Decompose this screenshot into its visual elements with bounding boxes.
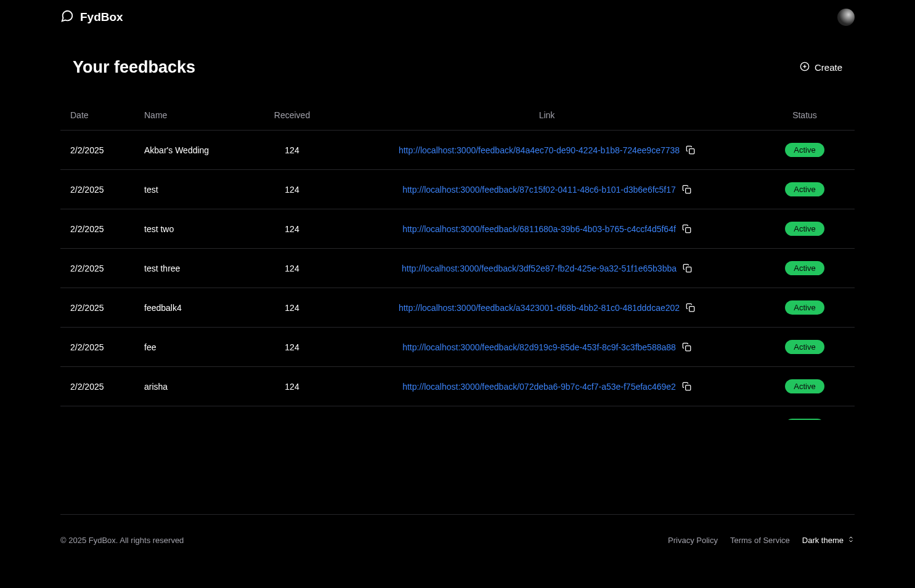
copy-icon[interactable] — [683, 264, 692, 273]
status-badge: Active — [785, 182, 824, 196]
privacy-link[interactable]: Privacy Policy — [668, 536, 718, 545]
feedback-link[interactable]: http://localhost:3000/feedback/3df52e87-… — [402, 264, 677, 273]
svg-rect-7 — [689, 307, 694, 312]
feedbacks-table: Date Name Received Link Status 2/2/2025A… — [60, 110, 855, 420]
feedback-link[interactable]: http://localhost:3000/feedback/a3423001-… — [399, 303, 680, 313]
logo[interactable]: FydBox — [60, 9, 123, 25]
copy-icon[interactable] — [686, 145, 695, 155]
cell-date: 2/2/2025 — [70, 303, 144, 313]
cell-status: Active — [765, 222, 845, 236]
page-header: Your feedbacks Create — [60, 58, 855, 77]
create-button-label: Create — [815, 62, 842, 73]
cell-name: test — [144, 185, 255, 195]
feedback-link[interactable]: http://localhost:3000/feedback/82d919c9-… — [402, 342, 676, 352]
svg-rect-6 — [686, 267, 691, 272]
table-row[interactable]: 2/2/2025sahiltwo124http://localhost:3000… — [60, 406, 855, 420]
cell-link: http://localhost:3000/feedback/84a4ec70-… — [329, 145, 765, 155]
cell-received: 124 — [255, 224, 329, 234]
svg-rect-8 — [685, 346, 690, 351]
chevron-up-down-icon — [847, 536, 855, 545]
copy-icon[interactable] — [682, 342, 691, 352]
copyright-text: © 2025 FydBox. All rights reserved — [60, 536, 184, 545]
table-row[interactable]: 2/2/2025test three124http://localhost:30… — [60, 249, 855, 288]
table-row[interactable]: 2/2/2025test two124http://localhost:3000… — [60, 209, 855, 249]
cell-link: http://localhost:3000/feedback/6811680a-… — [329, 224, 765, 234]
status-badge: Active — [785, 340, 824, 354]
cell-name: Akbar's Wedding — [144, 145, 255, 155]
terms-link[interactable]: Terms of Service — [730, 536, 790, 545]
page-title: Your feedbacks — [73, 58, 195, 77]
cell-date: 2/2/2025 — [70, 264, 144, 273]
feedback-link[interactable]: http://localhost:3000/feedback/87c15f02-… — [402, 185, 676, 195]
svg-rect-3 — [689, 149, 694, 154]
table-row[interactable]: 2/2/2025Akbar's Wedding124http://localho… — [60, 131, 855, 170]
status-badge: Active — [785, 300, 824, 315]
feedback-link[interactable]: http://localhost:3000/feedback/84a4ec70-… — [399, 145, 680, 155]
feedback-link[interactable]: http://localhost:3000/feedback/072deba6-… — [402, 382, 676, 392]
feedback-link[interactable]: http://localhost:3000/feedback/6811680a-… — [402, 224, 676, 234]
cell-date: 2/2/2025 — [70, 185, 144, 195]
cell-received: 124 — [255, 382, 329, 392]
cell-status: Active — [765, 340, 845, 354]
cell-status: Active — [765, 182, 845, 196]
column-header-date: Date — [70, 110, 144, 120]
copy-icon[interactable] — [682, 185, 691, 194]
theme-selector[interactable]: Dark theme — [802, 536, 855, 545]
cell-link: http://localhost:3000/feedback/a3423001-… — [329, 303, 765, 313]
footer-right: Privacy Policy Terms of Service Dark the… — [668, 536, 855, 545]
svg-rect-5 — [685, 228, 690, 233]
copy-icon[interactable] — [682, 382, 691, 391]
cell-date: 2/2/2025 — [70, 382, 144, 392]
cell-received: 124 — [255, 303, 329, 313]
cell-link: http://localhost:3000/feedback/82d919c9-… — [329, 342, 765, 352]
cell-status: Active — [765, 261, 845, 275]
cell-received: 124 — [255, 264, 329, 273]
table-body: 2/2/2025Akbar's Wedding124http://localho… — [60, 131, 855, 420]
table-row[interactable]: 2/2/2025fee124http://localhost:3000/feed… — [60, 328, 855, 367]
chat-bubble-icon — [60, 9, 74, 25]
cell-received: 124 — [255, 185, 329, 195]
cell-name: arisha — [144, 382, 255, 392]
svg-rect-9 — [685, 385, 690, 390]
theme-label: Dark theme — [802, 536, 844, 545]
cell-status: Active — [765, 300, 845, 315]
status-badge: Active — [785, 261, 824, 275]
avatar[interactable] — [837, 9, 855, 26]
cell-date: 2/2/2025 — [70, 224, 144, 234]
main-content: Your feedbacks Create Date Name Received… — [0, 34, 915, 420]
table-row[interactable]: 2/2/2025test124http://localhost:3000/fee… — [60, 170, 855, 209]
footer: © 2025 FydBox. All rights reserved Priva… — [0, 502, 915, 588]
create-button[interactable]: Create — [800, 62, 842, 73]
cell-link: http://localhost:3000/feedback/3df52e87-… — [329, 264, 765, 273]
logo-text: FydBox — [80, 10, 123, 24]
cell-name: feedbalk4 — [144, 303, 255, 313]
cell-name: fee — [144, 342, 255, 352]
table-row[interactable]: 2/2/2025feedbalk4124http://localhost:300… — [60, 288, 855, 328]
cell-name: test two — [144, 224, 255, 234]
cell-name: test three — [144, 264, 255, 273]
status-badge: Active — [785, 419, 824, 420]
cell-received: 124 — [255, 342, 329, 352]
cell-link: http://localhost:3000/feedback/072deba6-… — [329, 382, 765, 392]
footer-divider — [60, 514, 855, 515]
status-badge: Active — [785, 222, 824, 236]
svg-rect-4 — [685, 188, 690, 193]
cell-date: 2/2/2025 — [70, 342, 144, 352]
status-badge: Active — [785, 379, 824, 393]
table-header: Date Name Received Link Status — [60, 110, 855, 131]
column-header-status: Status — [765, 110, 845, 120]
column-header-name: Name — [144, 110, 255, 120]
status-badge: Active — [785, 143, 824, 157]
cell-link: http://localhost:3000/feedback/87c15f02-… — [329, 185, 765, 195]
cell-date: 2/2/2025 — [70, 145, 144, 155]
cell-status: Active — [765, 143, 845, 157]
column-header-received: Received — [255, 110, 329, 120]
footer-content: © 2025 FydBox. All rights reserved Priva… — [60, 536, 855, 545]
copy-icon[interactable] — [686, 303, 695, 312]
table-row[interactable]: 2/2/2025arisha124http://localhost:3000/f… — [60, 367, 855, 406]
cell-status: Active — [765, 419, 845, 420]
column-header-link: Link — [329, 110, 765, 120]
header: FydBox — [0, 0, 915, 34]
copy-icon[interactable] — [682, 224, 691, 233]
cell-received: 124 — [255, 145, 329, 155]
